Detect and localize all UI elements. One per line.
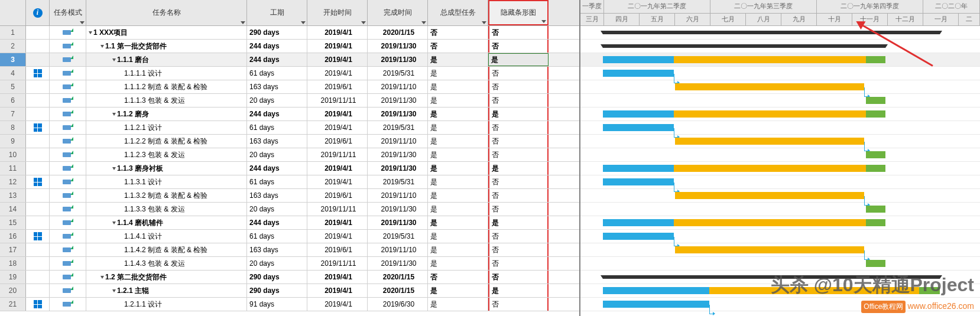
gantt-bar-green[interactable] [866, 97, 885, 104]
hidebar-cell[interactable]: 否 [488, 271, 549, 284]
finish-cell[interactable]: 2019/11/30 [368, 53, 428, 66]
finish-cell[interactable]: 2019/11/30 [368, 203, 428, 216]
header-hidebar[interactable]: 隐藏条形图 [488, 0, 549, 25]
task-name-cell[interactable]: 1.1.3.2 制造 & 装配 & 检验 [86, 189, 247, 202]
finish-cell[interactable]: 2019/11/10 [368, 80, 428, 93]
hidebar-cell[interactable]: 是 [488, 107, 549, 120]
gantt-row[interactable] [580, 53, 980, 67]
table-row[interactable]: 211.2.1.1 设计91 days2019/4/12019/6/30是否 [0, 298, 579, 311]
finish-cell[interactable]: 2019/5/31 [368, 175, 428, 188]
table-row[interactable]: 51.1.1.2 制造 & 装配 & 检验163 days2019/6/1201… [0, 80, 579, 94]
table-row[interactable]: 121.1.3.1 设计61 days2019/4/12019/5/31是否 [0, 175, 579, 189]
task-name-cell[interactable]: 1.2 第二批交货部件 [86, 271, 247, 284]
table-row[interactable]: 81.1.2.1 设计61 days2019/4/12019/5/31是否 [0, 121, 579, 135]
table-row[interactable]: 171.1.4.2 制造 & 装配 & 检验163 days2019/6/120… [0, 243, 579, 257]
gantt-bar-task[interactable] [603, 124, 674, 131]
gantt-bar-green[interactable] [866, 165, 885, 172]
start-cell[interactable]: 2019/4/1 [307, 26, 368, 39]
summary-cell[interactable]: 是 [428, 162, 488, 175]
row-number[interactable]: 13 [0, 189, 26, 202]
gantt-row[interactable] [580, 135, 980, 148]
chevron-down-icon[interactable] [301, 21, 306, 24]
timeline-month[interactable]: 十二月 [888, 13, 923, 26]
table-row[interactable]: 31.1.1 磨台244 days2019/4/12019/11/30是是 [0, 53, 579, 67]
gantt-row[interactable] [580, 107, 980, 121]
chevron-down-icon[interactable] [361, 21, 366, 24]
row-number[interactable]: 14 [0, 203, 26, 216]
summary-cell[interactable]: 是 [428, 121, 488, 134]
start-cell[interactable]: 2019/4/1 [307, 162, 368, 175]
start-cell[interactable]: 2019/4/1 [307, 67, 368, 80]
gantt-bar-tail[interactable] [674, 110, 866, 118]
summary-cell[interactable]: 是 [428, 203, 488, 216]
row-number[interactable]: 20 [0, 284, 26, 297]
gantt-row[interactable] [580, 175, 980, 189]
start-cell[interactable]: 2019/6/1 [307, 135, 368, 148]
task-mode-cell[interactable] [50, 203, 86, 216]
table-row[interactable]: 131.1.3.2 制造 & 装配 & 检验163 days2019/6/120… [0, 189, 579, 203]
chevron-down-icon[interactable] [541, 20, 546, 23]
gantt-row[interactable] [580, 162, 980, 175]
gantt-bar-green[interactable] [866, 219, 885, 226]
task-name-cell[interactable]: 1.1.2 磨身 [86, 107, 247, 120]
gantt-row[interactable] [580, 80, 980, 94]
chevron-down-icon[interactable] [80, 21, 85, 24]
start-cell[interactable]: 2019/4/1 [307, 216, 368, 229]
task-name-cell[interactable]: 1.1.4.1 设计 [86, 230, 247, 243]
duration-cell[interactable]: 20 days [247, 203, 307, 216]
table-row[interactable]: 101.1.2.3 包装 & 发运20 days2019/11/112019/1… [0, 148, 579, 162]
duration-cell[interactable]: 20 days [247, 148, 307, 161]
expand-collapse-icon[interactable] [89, 31, 92, 34]
task-mode-cell[interactable] [50, 284, 86, 297]
gantt-row[interactable] [580, 203, 980, 216]
timeline-quarter[interactable]: 二〇二〇年 [923, 0, 980, 13]
summary-cell[interactable]: 是 [428, 230, 488, 243]
header-start[interactable]: 开始时间 [307, 0, 368, 25]
timeline-month[interactable]: 三月 [580, 13, 604, 26]
table-row[interactable]: 21.1 第一批交货部件244 days2019/4/12019/11/30否否 [0, 40, 579, 53]
task-mode-cell[interactable] [50, 271, 86, 284]
gantt-row[interactable] [580, 94, 980, 107]
gantt-row[interactable] [580, 216, 980, 230]
duration-cell[interactable]: 61 days [247, 121, 307, 134]
finish-cell[interactable]: 2019/11/30 [368, 40, 428, 53]
hidebar-cell[interactable]: 否 [488, 148, 549, 161]
finish-cell[interactable]: 2019/11/10 [368, 135, 428, 148]
summary-cell[interactable]: 是 [428, 148, 488, 161]
gantt-bar-task[interactable] [603, 287, 709, 294]
task-name-cell[interactable]: 1.1.3.3 包装 & 发运 [86, 203, 247, 216]
expand-collapse-icon[interactable] [112, 113, 116, 116]
row-number[interactable]: 17 [0, 243, 26, 256]
row-number[interactable]: 6 [0, 94, 26, 107]
task-mode-cell[interactable] [50, 162, 86, 175]
row-number[interactable]: 15 [0, 216, 26, 229]
task-mode-cell[interactable] [50, 53, 86, 66]
task-name-cell[interactable]: 1 XXX项目 [86, 26, 247, 39]
task-name-cell[interactable]: 1.2.1.1 设计 [86, 298, 247, 311]
table-row[interactable]: 141.1.3.3 包装 & 发运20 days2019/11/112019/1… [0, 203, 579, 216]
gantt-bar-green[interactable] [866, 56, 885, 63]
finish-cell[interactable]: 2019/11/30 [368, 216, 428, 229]
gantt-bar-tail[interactable] [675, 83, 864, 90]
gantt-bar-tail[interactable] [675, 192, 864, 199]
table-row[interactable]: 151.1.4 磨机辅件244 days2019/4/12019/11/30是是 [0, 216, 579, 230]
gantt-bar-task[interactable] [603, 70, 674, 77]
start-cell[interactable]: 2019/4/1 [307, 40, 368, 53]
row-number[interactable]: 19 [0, 271, 26, 284]
start-cell[interactable]: 2019/4/1 [307, 53, 368, 66]
start-cell[interactable]: 2019/6/1 [307, 189, 368, 202]
hidebar-cell[interactable]: 否 [488, 80, 549, 93]
row-number[interactable]: 1 [0, 26, 26, 39]
finish-cell[interactable]: 2019/11/30 [368, 107, 428, 120]
duration-cell[interactable]: 290 days [247, 271, 307, 284]
timeline-quarter[interactable]: 一季度 [580, 0, 604, 13]
hidebar-cell[interactable]: 否 [488, 94, 549, 107]
start-cell[interactable]: 2019/11/11 [307, 257, 368, 270]
finish-cell[interactable]: 2019/5/31 [368, 121, 428, 134]
start-cell[interactable]: 2019/4/1 [307, 121, 368, 134]
summary-cell[interactable]: 是 [428, 67, 488, 80]
row-number[interactable]: 7 [0, 107, 26, 120]
summary-cell[interactable]: 否 [428, 271, 488, 284]
task-mode-cell[interactable] [50, 216, 86, 229]
task-mode-cell[interactable] [50, 80, 86, 93]
